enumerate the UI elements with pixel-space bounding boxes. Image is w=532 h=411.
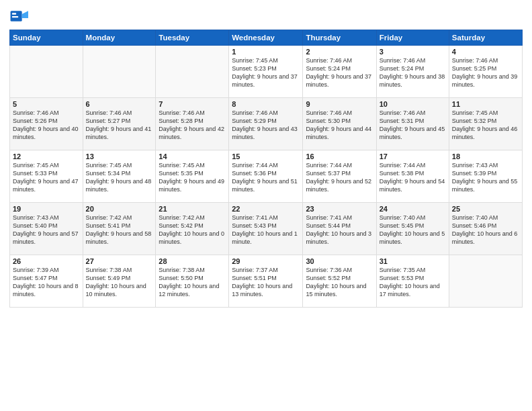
day-info: Sunrise: 7:40 AM Sunset: 5:45 PM Dayligh… — [380, 214, 446, 246]
svg-marker-1 — [22, 11, 28, 18]
calendar-cell: 28Sunrise: 7:38 AM Sunset: 5:50 PM Dayli… — [156, 255, 229, 308]
day-number: 2 — [306, 48, 373, 56]
day-number: 29 — [232, 257, 300, 265]
weekday-header-thursday: Thursday — [303, 30, 376, 46]
day-info: Sunrise: 7:44 AM Sunset: 5:38 PM Dayligh… — [380, 161, 446, 194]
calendar-cell: 22Sunrise: 7:41 AM Sunset: 5:43 PM Dayli… — [229, 203, 303, 255]
day-info: Sunrise: 7:38 AM Sunset: 5:50 PM Dayligh… — [159, 266, 226, 299]
day-info: Sunrise: 7:44 AM Sunset: 5:36 PM Dayligh… — [232, 161, 300, 194]
day-info: Sunrise: 7:41 AM Sunset: 5:43 PM Dayligh… — [232, 214, 300, 246]
calendar-cell: 30Sunrise: 7:36 AM Sunset: 5:52 PM Dayli… — [303, 255, 376, 308]
logo-icon — [9, 7, 28, 26]
calendar-cell: 24Sunrise: 7:40 AM Sunset: 5:45 PM Dayli… — [376, 203, 449, 255]
calendar-cell: 16Sunrise: 7:44 AM Sunset: 5:37 PM Dayli… — [303, 150, 376, 203]
day-info: Sunrise: 7:43 AM Sunset: 5:40 PM Dayligh… — [13, 214, 80, 246]
day-number: 27 — [86, 257, 153, 265]
svg-rect-3 — [12, 16, 18, 17]
day-info: Sunrise: 7:46 AM Sunset: 5:24 PM Dayligh… — [380, 56, 446, 89]
calendar-cell: 10Sunrise: 7:46 AM Sunset: 5:31 PM Dayli… — [376, 98, 449, 150]
day-number: 24 — [380, 205, 446, 213]
day-number: 25 — [452, 205, 519, 213]
calendar-cell: 6Sunrise: 7:46 AM Sunset: 5:27 PM Daylig… — [83, 98, 156, 150]
calendar-cell: 5Sunrise: 7:46 AM Sunset: 5:26 PM Daylig… — [10, 98, 83, 150]
week-row-2: 12Sunrise: 7:45 AM Sunset: 5:33 PM Dayli… — [10, 150, 523, 203]
calendar-cell: 14Sunrise: 7:45 AM Sunset: 5:35 PM Dayli… — [156, 150, 229, 203]
day-info: Sunrise: 7:37 AM Sunset: 5:51 PM Dayligh… — [232, 266, 300, 299]
day-number: 1 — [232, 48, 300, 56]
calendar-cell: 20Sunrise: 7:42 AM Sunset: 5:41 PM Dayli… — [83, 203, 156, 255]
week-row-3: 19Sunrise: 7:43 AM Sunset: 5:40 PM Dayli… — [10, 203, 523, 255]
calendar-cell: 27Sunrise: 7:38 AM Sunset: 5:49 PM Dayli… — [83, 255, 156, 308]
calendar-table: SundayMondayTuesdayWednesdayThursdayFrid… — [9, 30, 523, 308]
calendar-cell: 23Sunrise: 7:41 AM Sunset: 5:44 PM Dayli… — [303, 203, 376, 255]
page: SundayMondayTuesdayWednesdayThursdayFrid… — [0, 0, 532, 411]
day-number: 18 — [452, 152, 519, 161]
week-row-4: 26Sunrise: 7:39 AM Sunset: 5:47 PM Dayli… — [10, 255, 523, 308]
calendar-cell — [156, 46, 229, 98]
day-number: 31 — [380, 257, 446, 265]
day-info: Sunrise: 7:45 AM Sunset: 5:35 PM Dayligh… — [159, 161, 226, 194]
calendar-cell: 13Sunrise: 7:45 AM Sunset: 5:34 PM Dayli… — [83, 150, 156, 203]
day-number: 11 — [452, 100, 519, 108]
day-number: 20 — [86, 205, 153, 213]
day-number: 8 — [232, 100, 300, 108]
day-number: 23 — [306, 205, 373, 213]
calendar-cell: 9Sunrise: 7:46 AM Sunset: 5:30 PM Daylig… — [303, 98, 376, 150]
calendar-cell: 18Sunrise: 7:43 AM Sunset: 5:39 PM Dayli… — [449, 150, 522, 203]
day-info: Sunrise: 7:46 AM Sunset: 5:28 PM Dayligh… — [159, 109, 226, 142]
day-info: Sunrise: 7:45 AM Sunset: 5:23 PM Dayligh… — [232, 56, 300, 89]
weekday-header-monday: Monday — [83, 30, 156, 46]
day-info: Sunrise: 7:45 AM Sunset: 5:34 PM Dayligh… — [86, 161, 153, 194]
day-info: Sunrise: 7:43 AM Sunset: 5:39 PM Dayligh… — [452, 161, 519, 194]
calendar-cell — [83, 46, 156, 98]
day-info: Sunrise: 7:42 AM Sunset: 5:42 PM Dayligh… — [159, 214, 226, 246]
day-info: Sunrise: 7:36 AM Sunset: 5:52 PM Dayligh… — [306, 266, 373, 299]
day-number: 14 — [159, 152, 226, 161]
svg-rect-2 — [12, 13, 16, 14]
day-number: 7 — [159, 100, 226, 108]
day-number: 6 — [86, 100, 153, 108]
day-info: Sunrise: 7:39 AM Sunset: 5:47 PM Dayligh… — [13, 266, 80, 299]
day-info: Sunrise: 7:46 AM Sunset: 5:25 PM Dayligh… — [452, 56, 519, 89]
day-number: 19 — [13, 205, 80, 213]
day-info: Sunrise: 7:45 AM Sunset: 5:32 PM Dayligh… — [452, 109, 519, 142]
day-number: 5 — [13, 100, 80, 108]
calendar-cell: 26Sunrise: 7:39 AM Sunset: 5:47 PM Dayli… — [10, 255, 83, 308]
day-info: Sunrise: 7:38 AM Sunset: 5:49 PM Dayligh… — [86, 266, 153, 299]
weekday-header-sunday: Sunday — [10, 30, 83, 46]
day-number: 9 — [306, 100, 373, 108]
weekday-header-friday: Friday — [376, 30, 449, 46]
logo — [9, 7, 30, 26]
day-number: 28 — [159, 257, 226, 265]
day-info: Sunrise: 7:46 AM Sunset: 5:26 PM Dayligh… — [13, 109, 80, 142]
calendar-cell: 1Sunrise: 7:45 AM Sunset: 5:23 PM Daylig… — [229, 46, 303, 98]
day-number: 15 — [232, 152, 300, 161]
week-row-0: 1Sunrise: 7:45 AM Sunset: 5:23 PM Daylig… — [10, 46, 523, 98]
day-number: 30 — [306, 257, 373, 265]
calendar-cell — [449, 255, 522, 308]
day-number: 12 — [13, 152, 80, 161]
calendar-cell — [10, 46, 83, 98]
day-number: 13 — [86, 152, 153, 161]
calendar-cell: 21Sunrise: 7:42 AM Sunset: 5:42 PM Dayli… — [156, 203, 229, 255]
day-info: Sunrise: 7:40 AM Sunset: 5:46 PM Dayligh… — [452, 214, 519, 246]
calendar-cell: 8Sunrise: 7:46 AM Sunset: 5:29 PM Daylig… — [229, 98, 303, 150]
weekday-header-tuesday: Tuesday — [156, 30, 229, 46]
calendar-cell: 31Sunrise: 7:35 AM Sunset: 5:53 PM Dayli… — [376, 255, 449, 308]
day-number: 3 — [380, 48, 446, 56]
calendar-cell: 12Sunrise: 7:45 AM Sunset: 5:33 PM Dayli… — [10, 150, 83, 203]
day-info: Sunrise: 7:46 AM Sunset: 5:27 PM Dayligh… — [86, 109, 153, 142]
header — [9, 7, 523, 26]
calendar-cell: 7Sunrise: 7:46 AM Sunset: 5:28 PM Daylig… — [156, 98, 229, 150]
calendar-cell: 2Sunrise: 7:46 AM Sunset: 5:24 PM Daylig… — [303, 46, 376, 98]
calendar-cell: 25Sunrise: 7:40 AM Sunset: 5:46 PM Dayli… — [449, 203, 522, 255]
day-info: Sunrise: 7:46 AM Sunset: 5:24 PM Dayligh… — [306, 56, 373, 89]
calendar-cell: 29Sunrise: 7:37 AM Sunset: 5:51 PM Dayli… — [229, 255, 303, 308]
day-number: 10 — [380, 100, 446, 108]
week-row-1: 5Sunrise: 7:46 AM Sunset: 5:26 PM Daylig… — [10, 98, 523, 150]
day-info: Sunrise: 7:41 AM Sunset: 5:44 PM Dayligh… — [306, 214, 373, 246]
day-info: Sunrise: 7:44 AM Sunset: 5:37 PM Dayligh… — [306, 161, 373, 194]
day-number: 26 — [13, 257, 80, 265]
day-number: 17 — [380, 152, 446, 161]
day-info: Sunrise: 7:35 AM Sunset: 5:53 PM Dayligh… — [380, 266, 446, 299]
